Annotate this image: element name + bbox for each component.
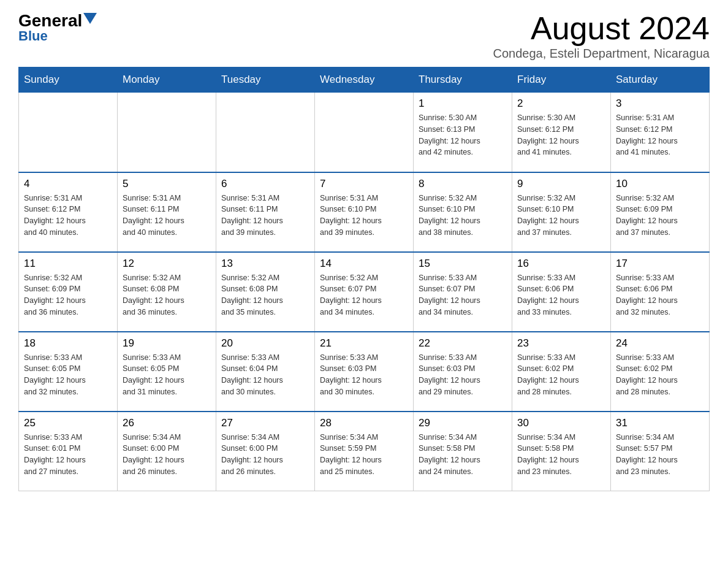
day-info: Sunrise: 5:32 AMSunset: 6:10 PMDaylight:… [517,193,605,239]
logo-blue-text: Blue [18,28,48,44]
calendar-day-cell: 11Sunrise: 5:32 AMSunset: 6:09 PMDayligh… [19,252,118,332]
header-friday: Friday [512,67,611,93]
day-info: Sunrise: 5:32 AMSunset: 6:09 PMDaylight:… [616,193,704,239]
calendar-day-cell: 31Sunrise: 5:34 AMSunset: 5:57 PMDayligh… [611,412,710,491]
day-number: 18 [24,337,112,350]
calendar-day-cell: 18Sunrise: 5:33 AMSunset: 6:05 PMDayligh… [19,332,118,412]
day-info: Sunrise: 5:31 AMSunset: 6:11 PMDaylight:… [123,193,211,239]
day-info: Sunrise: 5:33 AMSunset: 6:06 PMDaylight:… [517,272,605,318]
calendar-day-cell: 10Sunrise: 5:32 AMSunset: 6:09 PMDayligh… [611,172,710,252]
calendar-day-cell: 22Sunrise: 5:33 AMSunset: 6:03 PMDayligh… [414,332,512,412]
day-number: 10 [616,178,704,190]
day-number: 30 [517,417,605,429]
calendar-day-cell [118,93,216,172]
day-info: Sunrise: 5:32 AMSunset: 6:08 PMDaylight:… [221,272,309,318]
day-number: 14 [320,258,408,270]
day-number: 4 [24,178,112,190]
calendar-day-cell: 30Sunrise: 5:34 AMSunset: 5:58 PMDayligh… [512,412,611,491]
day-number: 8 [419,178,507,190]
day-number: 15 [419,258,507,270]
day-number: 1 [419,98,507,110]
day-number: 20 [221,337,309,350]
day-info: Sunrise: 5:32 AMSunset: 6:09 PMDaylight:… [24,272,112,318]
calendar-day-cell [315,93,414,172]
day-number: 12 [123,258,211,270]
header-sunday: Sunday [19,67,118,93]
title-section: August 2024 Condega, Esteli Department, … [493,12,710,61]
day-info: Sunrise: 5:32 AMSunset: 6:10 PMDaylight:… [419,193,507,239]
calendar-week-row: 18Sunrise: 5:33 AMSunset: 6:05 PMDayligh… [19,332,710,412]
day-number: 13 [221,258,309,270]
day-number: 29 [419,417,507,429]
day-info: Sunrise: 5:34 AMSunset: 5:59 PMDaylight:… [320,432,408,478]
day-info: Sunrise: 5:33 AMSunset: 6:01 PMDaylight:… [24,432,112,478]
day-number: 22 [419,337,507,350]
day-number: 5 [123,178,211,190]
day-info: Sunrise: 5:33 AMSunset: 6:03 PMDaylight:… [320,352,408,398]
calendar-day-cell: 17Sunrise: 5:33 AMSunset: 6:06 PMDayligh… [611,252,710,332]
calendar-week-row: 25Sunrise: 5:33 AMSunset: 6:01 PMDayligh… [19,412,710,491]
day-info: Sunrise: 5:33 AMSunset: 6:06 PMDaylight:… [616,272,704,318]
calendar-day-cell: 2Sunrise: 5:30 AMSunset: 6:12 PMDaylight… [512,93,611,172]
day-number: 11 [24,258,112,270]
calendar-day-cell: 9Sunrise: 5:32 AMSunset: 6:10 PMDaylight… [512,172,611,252]
day-info: Sunrise: 5:31 AMSunset: 6:11 PMDaylight:… [221,193,309,239]
calendar-day-cell: 8Sunrise: 5:32 AMSunset: 6:10 PMDaylight… [414,172,512,252]
day-info: Sunrise: 5:34 AMSunset: 6:00 PMDaylight:… [123,432,211,478]
calendar-day-cell: 7Sunrise: 5:31 AMSunset: 6:10 PMDaylight… [315,172,414,252]
day-info: Sunrise: 5:33 AMSunset: 6:02 PMDaylight:… [616,352,704,398]
day-number: 17 [616,258,704,270]
day-number: 2 [517,98,605,110]
logo: General Blue [18,12,97,44]
day-number: 19 [123,337,211,350]
logo-general-text: General [18,12,82,29]
day-info: Sunrise: 5:31 AMSunset: 6:12 PMDaylight:… [24,193,112,239]
day-info: Sunrise: 5:31 AMSunset: 6:12 PMDaylight:… [616,112,704,158]
day-number: 24 [616,337,704,350]
calendar-table: Sunday Monday Tuesday Wednesday Thursday… [18,67,710,491]
calendar-day-cell: 28Sunrise: 5:34 AMSunset: 5:59 PMDayligh… [315,412,414,491]
page-header: General Blue August 2024 Condega, Esteli… [18,12,710,61]
month-year-title: August 2024 [493,12,710,44]
day-number: 9 [517,178,605,190]
calendar-day-cell: 6Sunrise: 5:31 AMSunset: 6:11 PMDaylight… [216,172,315,252]
calendar-week-row: 11Sunrise: 5:32 AMSunset: 6:09 PMDayligh… [19,252,710,332]
calendar-day-cell: 20Sunrise: 5:33 AMSunset: 6:04 PMDayligh… [216,332,315,412]
calendar-day-cell: 4Sunrise: 5:31 AMSunset: 6:12 PMDaylight… [19,172,118,252]
day-number: 6 [221,178,309,190]
day-number: 16 [517,258,605,270]
day-info: Sunrise: 5:32 AMSunset: 6:08 PMDaylight:… [123,272,211,318]
calendar-day-cell: 1Sunrise: 5:30 AMSunset: 6:13 PMDaylight… [414,93,512,172]
day-info: Sunrise: 5:33 AMSunset: 6:03 PMDaylight:… [419,352,507,398]
header-thursday: Thursday [414,67,512,93]
day-number: 7 [320,178,408,190]
weekday-header-row: Sunday Monday Tuesday Wednesday Thursday… [19,67,710,93]
calendar-day-cell: 5Sunrise: 5:31 AMSunset: 6:11 PMDaylight… [118,172,216,252]
day-number: 23 [517,337,605,350]
day-info: Sunrise: 5:34 AMSunset: 5:57 PMDaylight:… [616,432,704,478]
header-wednesday: Wednesday [315,67,414,93]
header-tuesday: Tuesday [216,67,315,93]
calendar-day-cell: 24Sunrise: 5:33 AMSunset: 6:02 PMDayligh… [611,332,710,412]
calendar-day-cell: 23Sunrise: 5:33 AMSunset: 6:02 PMDayligh… [512,332,611,412]
day-info: Sunrise: 5:33 AMSunset: 6:04 PMDaylight:… [221,352,309,398]
calendar-day-cell [216,93,315,172]
calendar-day-cell: 14Sunrise: 5:32 AMSunset: 6:07 PMDayligh… [315,252,414,332]
calendar-day-cell: 15Sunrise: 5:33 AMSunset: 6:07 PMDayligh… [414,252,512,332]
day-number: 3 [616,98,704,110]
calendar-day-cell: 25Sunrise: 5:33 AMSunset: 6:01 PMDayligh… [19,412,118,491]
calendar-day-cell: 27Sunrise: 5:34 AMSunset: 6:00 PMDayligh… [216,412,315,491]
day-info: Sunrise: 5:31 AMSunset: 6:10 PMDaylight:… [320,193,408,239]
header-monday: Monday [118,67,216,93]
day-info: Sunrise: 5:33 AMSunset: 6:07 PMDaylight:… [419,272,507,318]
calendar-week-row: 4Sunrise: 5:31 AMSunset: 6:12 PMDaylight… [19,172,710,252]
logo-arrow-icon [83,13,97,24]
day-number: 28 [320,417,408,429]
day-info: Sunrise: 5:32 AMSunset: 6:07 PMDaylight:… [320,272,408,318]
day-number: 25 [24,417,112,429]
svg-marker-0 [83,13,97,24]
calendar-day-cell: 21Sunrise: 5:33 AMSunset: 6:03 PMDayligh… [315,332,414,412]
calendar-day-cell: 13Sunrise: 5:32 AMSunset: 6:08 PMDayligh… [216,252,315,332]
day-number: 31 [616,417,704,429]
day-info: Sunrise: 5:33 AMSunset: 6:05 PMDaylight:… [123,352,211,398]
